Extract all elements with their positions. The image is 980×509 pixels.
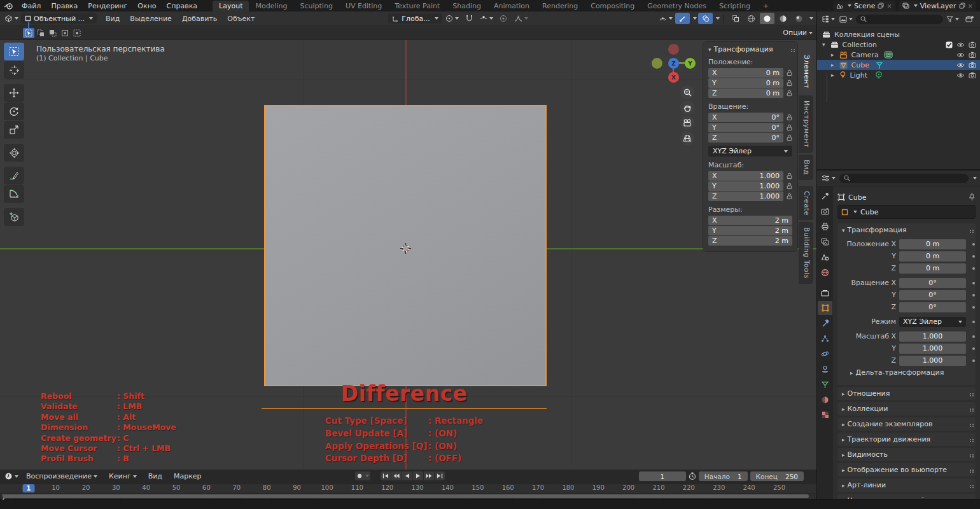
tab-output[interactable] <box>818 220 832 234</box>
animate-dot-icon[interactable] <box>972 321 975 323</box>
hide-eye-icon[interactable] <box>956 42 965 48</box>
collapsed-panel[interactable]: ▸Арт-линии <box>837 478 976 492</box>
sidebar-tab[interactable]: Инструмент <box>799 95 813 153</box>
perspective-toggle-button[interactable] <box>680 131 694 145</box>
scale-field[interactable]: Z1.000 <box>708 192 783 201</box>
tab-tool[interactable] <box>818 189 832 203</box>
disable-render-icon[interactable] <box>969 52 976 58</box>
tab-texture[interactable] <box>818 408 832 422</box>
transform-tool[interactable] <box>4 144 24 162</box>
viewport-menu-item[interactable]: Добавить <box>177 14 222 24</box>
rotation-value-field[interactable]: 0° <box>899 290 966 300</box>
current-frame-badge[interactable]: 1 <box>23 484 35 492</box>
properties-editor-type-button[interactable] <box>820 172 837 184</box>
rotation-field[interactable]: X0° <box>708 113 783 122</box>
outliner-search-input[interactable] <box>856 15 943 24</box>
collapsed-panel[interactable]: ▸Создание экземпляров <box>837 417 976 431</box>
axis-neg-x-handle[interactable] <box>668 44 679 55</box>
outliner-editor-type-button[interactable] <box>820 13 836 25</box>
workspace-tab[interactable]: Texture Paint <box>388 1 446 11</box>
scene-collection-row[interactable]: Коллекция сцены <box>817 29 980 39</box>
delta-transform-subpanel[interactable]: ▸Дельта-трансформация <box>841 366 972 380</box>
gizmos-toggle[interactable] <box>675 13 690 24</box>
zoom-button[interactable] <box>680 85 694 99</box>
snap-toggle-button[interactable] <box>462 13 477 24</box>
disable-render-icon[interactable] <box>969 41 976 48</box>
orientation-dropdown[interactable]: Глоба... <box>388 13 442 24</box>
sidebar-tab[interactable]: Building Tools <box>799 222 813 284</box>
rotation-field[interactable]: Z0° <box>708 133 783 143</box>
axis-x-handle[interactable]: X <box>668 72 679 83</box>
rotation-field[interactable]: Y0° <box>708 123 783 132</box>
scale-field[interactable]: Y1.000 <box>708 181 783 191</box>
lock-icon[interactable] <box>787 134 792 141</box>
topbar-menu-item[interactable]: Правка <box>46 1 83 11</box>
snap-settings-button[interactable] <box>479 13 494 24</box>
outliner-display-mode-button[interactable] <box>838 13 854 25</box>
animate-dot-icon[interactable] <box>972 243 975 246</box>
annotate-tool[interactable] <box>4 167 24 185</box>
panel-grip-icon[interactable] <box>970 230 971 231</box>
collection-row[interactable]: ▾ Collection <box>817 39 980 50</box>
playhead-line[interactable] <box>28 22 29 29</box>
select-mode-subtract-button[interactable] <box>47 28 59 38</box>
shading-wireframe-button[interactable] <box>744 13 759 24</box>
disable-render-icon[interactable] <box>969 72 976 78</box>
marker-menu[interactable]: Маркер <box>169 471 207 481</box>
move-tool[interactable] <box>4 84 24 102</box>
tab-world[interactable] <box>818 265 832 279</box>
visibility-dropdown[interactable] <box>657 13 674 24</box>
lock-icon[interactable] <box>787 172 792 179</box>
end-frame-field[interactable]: Конец250 <box>750 471 804 481</box>
timeline-editor-type-button[interactable] <box>3 471 20 482</box>
workspace-tab[interactable]: Animation <box>487 1 536 11</box>
collapsed-panel[interactable]: ▸Коллекции <box>837 402 976 415</box>
sidebar-tab[interactable]: Вид <box>799 155 813 180</box>
tab-object-data[interactable] <box>818 377 832 391</box>
select-mode-invert-button[interactable] <box>59 28 71 38</box>
checkbox-icon[interactable] <box>946 41 953 48</box>
hide-eye-icon[interactable] <box>956 62 965 68</box>
rotate-tool[interactable] <box>4 102 24 120</box>
lock-icon[interactable] <box>787 183 792 190</box>
rotation-mode-dropdown[interactable]: XYZ Эйлер <box>899 317 966 327</box>
rotation-mode-dropdown[interactable]: XYZ Эйлер <box>708 146 792 157</box>
scale-value-field[interactable]: 1.000 <box>899 356 966 366</box>
tool-options-dropdown[interactable]: Опции <box>783 29 813 37</box>
workspace-tab[interactable]: Rendering <box>536 1 584 11</box>
select-box-tool[interactable] <box>4 43 24 60</box>
location-field[interactable]: Z0 m <box>708 88 783 98</box>
start-frame-field[interactable]: Начало1 <box>699 471 748 481</box>
topbar-menu-item[interactable]: Рендеринг <box>83 1 132 11</box>
prev-keyframe-button[interactable] <box>391 471 402 480</box>
falloff-dropdown[interactable] <box>513 13 529 24</box>
shading-solid-button[interactable] <box>760 13 774 24</box>
workspace-tab[interactable]: Compositing <box>584 1 641 11</box>
location-field[interactable]: X0 m <box>708 68 783 78</box>
tab-object[interactable] <box>818 301 832 315</box>
lock-icon[interactable] <box>787 69 792 76</box>
animate-dot-icon[interactable] <box>972 359 975 362</box>
hide-eye-icon[interactable] <box>956 52 965 58</box>
select-mode-extend-button[interactable] <box>35 28 46 38</box>
expand-caret-icon[interactable]: ▸ <box>831 52 834 58</box>
workspace-tab[interactable]: Scripting <box>713 1 757 11</box>
blender-logo-icon[interactable] <box>4 2 14 10</box>
playback-menu[interactable]: Воспроизведение <box>21 471 102 481</box>
lock-icon[interactable] <box>787 193 792 200</box>
viewport-menu-item[interactable]: Выделение <box>125 14 177 24</box>
lock-icon[interactable] <box>787 90 792 97</box>
editor-type-button[interactable] <box>3 13 20 24</box>
object-row-cube[interactable]: ▸ Cube <box>817 60 980 70</box>
scale-field[interactable]: X1.000 <box>708 171 783 181</box>
viewport-menu-item[interactable]: Вид <box>101 14 125 24</box>
dimension-field[interactable]: Y2 m <box>708 226 792 235</box>
animate-dot-icon[interactable] <box>972 255 975 258</box>
sidebar-tab[interactable]: Create <box>799 186 813 221</box>
object-name-field[interactable]: Cube <box>837 205 976 219</box>
scale-tool[interactable] <box>4 121 24 139</box>
shading-material-button[interactable] <box>776 13 790 24</box>
tab-physics[interactable] <box>818 347 832 361</box>
shading-rendered-button[interactable] <box>792 13 806 24</box>
jump-to-start-button[interactable] <box>381 471 391 480</box>
